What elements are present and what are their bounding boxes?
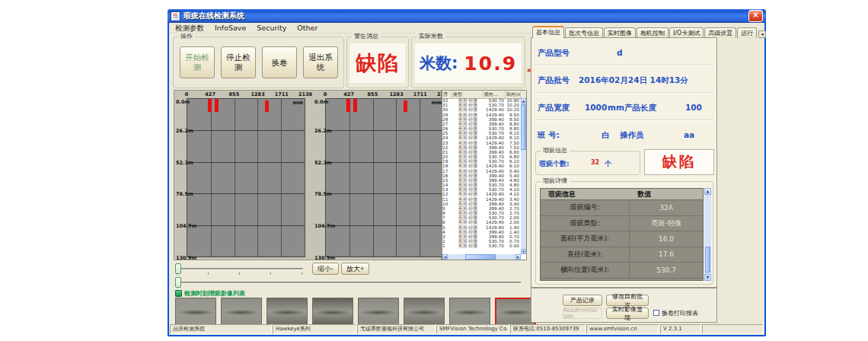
grid-line [187,225,305,226]
defect-list-table[interactable]: 序类型横向…纵向(m) 32亮斑-轻微530.7010.9031亮斑-轻微530… [442,90,527,260]
meter-label: 米数: [420,53,458,74]
menu-item-0[interactable]: 检测参数 [175,24,204,32]
table-row[interactable]: 瑕疵类型:亮斑-轻微 [541,216,703,232]
tab-0[interactable]: 基本信息 [532,26,564,38]
defect-mark[interactable] [404,100,407,112]
meters-group-label: 实际米数 [416,33,445,40]
y-axis-tick: 26.2m [176,128,193,134]
defect-list-col-header: 序 [442,91,452,98]
table-row[interactable]: 面积(平方毫米):16.0 [541,231,703,247]
flaw-count-label: 瑕疵个数: [539,159,570,169]
x-axis-tick: 0 [185,91,189,97]
print-report-checkbox[interactable] [653,310,659,316]
thumbnail-list-label: 检测时刻瑕疵影像列表 [175,289,245,298]
detail-label: 横向位置(毫米): [541,263,630,278]
scroll-thumb[interactable] [521,104,526,150]
tab-5[interactable]: 高级设置 [704,27,736,38]
scroll-up-icon[interactable]: ▲ [521,98,526,104]
flaw-details-scrollbar[interactable]: ▲ ▼ [704,188,711,281]
defect-thumbnail-4[interactable] [312,298,353,326]
flaw-alarm-text: 缺陷 [662,152,696,172]
defect-thumbnail-6[interactable] [404,298,445,326]
defect-thumbnail-7[interactable] [449,298,490,326]
status-segment-2: 无锡赛默斐视科技有限公司 [357,324,436,334]
scroll-right-icon[interactable]: ▶ [515,254,521,260]
thumbnail-scroll-slider[interactable] [177,282,521,283]
op-button-2[interactable]: 换卷 [262,46,297,78]
detail-value: 530.7 [630,263,703,278]
tab-1[interactable]: 批次号信息 [565,27,603,38]
tab-2[interactable]: 实时图像 [604,27,636,38]
product-record-button[interactable]: 产品记录 [563,295,602,306]
op-button-3[interactable]: 退出系统 [303,46,338,78]
detail-value: 32A [630,200,703,215]
defect-map-panel: 0427855128317112138mm0.0m26.2m52.3m78.5m… [174,90,442,260]
thumbnail-scroll-slider-thumb[interactable] [175,277,181,288]
flaw-details-header: 瑕疵信息数值 [541,189,703,200]
table-row[interactable]: 横向位置(毫米):530.7 [541,263,703,279]
table-row[interactable]: 瑕疵编号:32A [541,200,703,216]
y-axis-tick: 130.9m [314,255,335,261]
detail-value: 16.0 [630,231,703,247]
defect-thumbnail-3[interactable] [266,298,308,326]
defect-thumbnail-2[interactable] [221,298,262,326]
product-length-label: 产品长度 [624,103,656,113]
zoom-in-button[interactable]: 放大+ [341,263,369,275]
defect-list-col-header: 横向… [483,91,506,98]
scroll-thumb[interactable] [705,247,710,272]
basic-info-panel: 产品型号 d 产品批号 2016年02月24日 14时13分 产品宽度 1000… [531,37,717,288]
defect-list-horizontal-scrollbar[interactable]: ◀ ▶ [442,254,521,260]
tab-3[interactable]: 相机控制 [637,27,669,38]
grid-line [326,193,443,194]
defect-thumbnail-8[interactable] [495,298,536,326]
y-axis-tick: 130.9m [176,255,196,261]
window-title: 瑕疵在线检测系统 [183,11,748,21]
grid-line [187,193,305,194]
menu-item-1[interactable]: InfoSave [215,24,246,32]
menu-item-3[interactable]: Other [297,24,318,32]
defect-thumbnail-5[interactable] [358,298,399,326]
scroll-left-icon[interactable]: ◀ [442,254,448,260]
x-axis-tick: 855 [229,91,240,97]
op-button-0[interactable]: 开始检测 [180,46,215,78]
map-scroll-slider-thumb[interactable] [175,263,181,274]
table-row[interactable]: 直径(毫米):17.6 [541,247,703,263]
scroll-thumb[interactable] [465,254,496,260]
defect-list-vertical-scrollbar[interactable]: ▲ ▼ [521,98,526,254]
shift-row: 班 号: 白 操作员 aa [535,125,713,148]
read-prm-file-button[interactable]: ReadPrmFile-SIM [563,308,602,319]
flaw-count-unit: 个 [605,159,611,169]
operator-value: aa [684,130,694,139]
defect-mark[interactable] [346,99,350,112]
map-scroll-slider[interactable] [177,268,303,269]
defect-mark[interactable] [208,99,212,112]
defect-mark[interactable] [353,99,357,112]
zoom-out-button[interactable]: 缩小- [312,263,339,275]
table-row[interactable]: 1亮斑-轻微530.700.00 [442,244,521,248]
scroll-down-icon[interactable]: ▼ [521,249,526,254]
meter-value: 10.9 [464,53,517,75]
defect-mark[interactable] [215,99,219,112]
realtime-view-button[interactable]: 实时影像显现 [606,308,649,319]
status-segment-6: V 2.3.1 [660,324,701,334]
defect-mark[interactable] [265,100,269,112]
tab-overflow-arrow-icon[interactable]: ◂ [758,30,766,38]
tab-4[interactable]: I/O卡测试 [669,27,704,38]
menu-item-2[interactable]: Security [257,24,286,32]
title-bar[interactable]: 瑕疵在线检测系统 × [168,9,766,23]
grid-line [373,99,374,257]
meter-box: 米数: 10.9 [415,43,522,83]
x-axis-tick: 427 [343,91,354,97]
scroll-up-icon[interactable]: ▲ [704,188,711,195]
op-button-1[interactable]: 停止检测 [221,46,256,78]
flaw-alarm-box: 缺陷 [644,149,714,175]
grid-line [326,130,443,131]
tab-6[interactable]: 运行 [737,27,757,38]
defect-map-left: 0427855128317112138mm0.0m26.2m52.3m78.5m… [176,91,307,259]
close-icon[interactable]: × [748,10,763,22]
operator-label: 操作员 [620,130,644,141]
scroll-down-icon[interactable]: ▼ [704,274,711,281]
flaw-details-table[interactable]: 瑕疵信息数值 瑕疵编号:32A瑕疵类型:亮斑-轻微面积(平方毫米):16.0直径… [540,188,704,281]
grid-line [326,162,443,163]
defect-thumbnail-1[interactable] [175,298,216,326]
